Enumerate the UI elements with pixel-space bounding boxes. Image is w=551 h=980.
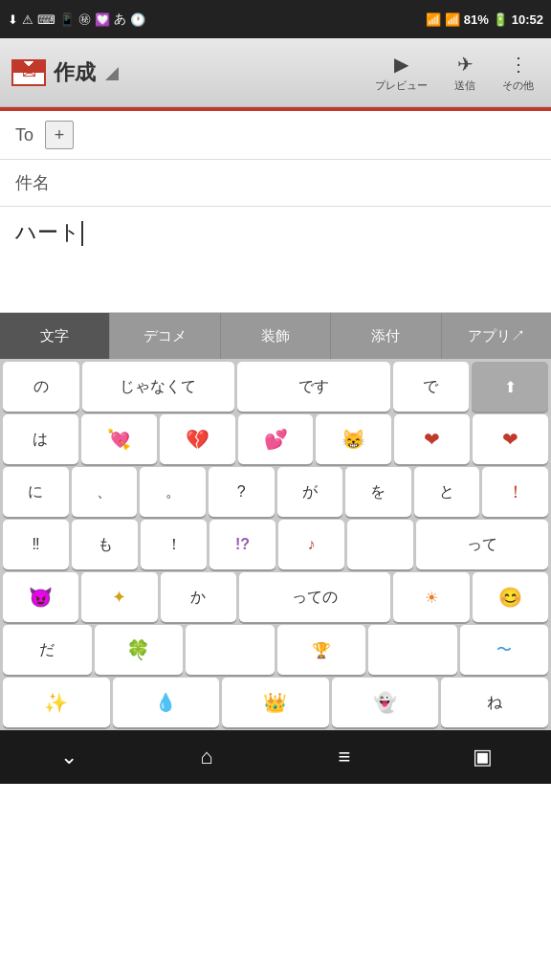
tab-moji-label: 文字 xyxy=(40,327,69,345)
key-tte[interactable]: って xyxy=(416,520,548,569)
tab-tenpu-label: 添付 xyxy=(371,327,400,345)
status-left: ⬇ ⚠ ⌨ 📱 ㊙ 💟 あ 🕐 xyxy=(8,11,145,28)
key-smile[interactable]: 😊 xyxy=(473,572,548,622)
key-sparkle[interactable]: ✦ xyxy=(81,572,157,622)
key-double-exclaim[interactable]: ‼ xyxy=(3,520,69,569)
nav-recent-icon: ▣ xyxy=(473,745,493,769)
key-ha[interactable]: は xyxy=(3,414,78,464)
key-interrobang[interactable]: !? xyxy=(209,520,276,569)
nav-back-button[interactable]: ⌄ xyxy=(40,738,98,776)
keyboard-tab-bar: 文字 デコメ 装飾 添付 アプリ↗ xyxy=(0,313,551,359)
key-blank2[interactable] xyxy=(186,625,275,675)
key-red-heart2[interactable]: ❤ xyxy=(473,414,548,464)
to-label: To xyxy=(15,125,33,145)
keyboard-row-6: だ 🍀 🏆 〜 xyxy=(0,622,551,675)
key-to[interactable]: と xyxy=(414,467,480,517)
wifi-icon: 📶 xyxy=(426,12,441,27)
nav-menu-icon: ≡ xyxy=(339,745,351,769)
key-cat-smile[interactable]: 😸 xyxy=(316,414,391,464)
send-button[interactable]: ✈ 送信 xyxy=(441,47,489,99)
key-ni[interactable]: に xyxy=(3,467,69,517)
key-tteno[interactable]: っての xyxy=(239,572,391,622)
key-ka[interactable]: か xyxy=(161,572,236,622)
key-wo[interactable]: を xyxy=(345,467,411,517)
add-recipient-button[interactable]: + xyxy=(45,121,74,149)
keyboard-area: 文字 デコメ 装飾 添付 アプリ↗ の じゃなくて です で ⬆ は 💘 💔 💕… xyxy=(0,313,551,730)
compose-area: To + 件名 ハート xyxy=(0,111,551,313)
tab-deco-mail-label: デコメ xyxy=(143,327,187,345)
keyboard-row-3: に 、 。 ? が を と ！ xyxy=(0,464,551,517)
battery-label: 81% xyxy=(464,12,489,27)
tab-soushoku-label: 装飾 xyxy=(261,327,290,345)
key-ne[interactable]: ね xyxy=(441,678,548,727)
key-ghost[interactable]: 👻 xyxy=(332,678,439,727)
key-mo[interactable]: も xyxy=(72,520,138,569)
preview-button[interactable]: ▶ プレビュー xyxy=(362,47,441,99)
tab-soushoku[interactable]: 装飾 xyxy=(221,313,331,359)
header-left: ✉ 作成 xyxy=(0,58,362,87)
keyboard-row-2: は 💘 💔 💕 😸 ❤ ❤ xyxy=(0,412,551,464)
text-cursor xyxy=(81,221,83,246)
key-sun[interactable]: ☀ xyxy=(393,572,469,622)
key-clover[interactable]: 🍀 xyxy=(95,625,184,675)
more-icon: ⋮ xyxy=(509,53,528,76)
key-drop[interactable]: 💧 xyxy=(113,678,220,727)
key-blank3[interactable] xyxy=(368,625,457,675)
preview-label: プレビュー xyxy=(375,78,428,93)
key-da[interactable]: だ xyxy=(3,625,92,675)
key-heart-arrow[interactable]: 💘 xyxy=(81,414,157,464)
key-trophy-row6[interactable]: 🏆 xyxy=(277,625,366,675)
app-header: ✉ 作成 ▶ プレビュー ✈ 送信 ⋮ その他 xyxy=(0,38,551,107)
key-exclaim2[interactable]: ！ xyxy=(141,520,207,569)
key-jaknakute[interactable]: じゃなくて xyxy=(82,362,234,412)
key-no[interactable]: の xyxy=(3,362,79,412)
key-crown[interactable]: 👑 xyxy=(222,678,329,727)
key-de[interactable]: で xyxy=(393,362,470,412)
compose-title: 作成 xyxy=(54,58,96,87)
jp-icon: あ xyxy=(114,11,126,28)
body-area[interactable]: ハート xyxy=(0,207,551,312)
key-broken-heart[interactable]: 💔 xyxy=(160,414,235,464)
key-empty1[interactable] xyxy=(347,520,413,569)
signal-icon: 📶 xyxy=(445,12,460,27)
more-button[interactable]: ⋮ その他 xyxy=(489,47,547,99)
keyboard-row-4: ‼ も ！ !? ♪ って xyxy=(0,517,551,569)
key-ga[interactable]: が xyxy=(277,467,343,517)
key-red-heart1[interactable]: ❤ xyxy=(394,414,470,464)
key-two-hearts[interactable]: 💕 xyxy=(238,414,314,464)
tab-appli[interactable]: アプリ↗ xyxy=(442,313,551,359)
phone-icon: 📱 xyxy=(59,12,75,27)
key-question[interactable]: ? xyxy=(209,467,275,517)
key-devil[interactable]: 😈 xyxy=(3,572,78,622)
send-label: 送信 xyxy=(454,78,475,93)
key-exclaim[interactable]: ！ xyxy=(482,467,548,517)
warning-icon: ⚠ xyxy=(22,12,33,27)
key-tilde[interactable]: 〜 xyxy=(460,625,549,675)
key-glitter[interactable]: ✨ xyxy=(3,678,110,727)
tab-deco-mail[interactable]: デコメ xyxy=(110,313,220,359)
send-icon: ✈ xyxy=(457,53,474,76)
title-wrap: 作成 xyxy=(54,58,119,87)
nav-recent-button[interactable]: ▣ xyxy=(453,738,511,776)
to-row: To + xyxy=(0,111,551,160)
tab-moji[interactable]: 文字 xyxy=(0,313,110,359)
key-period[interactable]: 。 xyxy=(140,467,206,517)
nav-menu-button[interactable]: ≡ xyxy=(316,738,373,776)
subject-label: 件名 xyxy=(15,173,50,192)
nav-back-icon: ⌄ xyxy=(60,745,77,769)
clock-icon: 🕐 xyxy=(130,12,145,27)
subject-row[interactable]: 件名 xyxy=(0,160,551,207)
key-note[interactable]: ♪ xyxy=(278,520,344,569)
key-upload[interactable]: ⬆ xyxy=(472,362,548,412)
battery-icon: 🔋 xyxy=(493,12,508,27)
keyboard-row-1: の じゃなくて です で ⬆ xyxy=(0,359,551,412)
tab-tenpu[interactable]: 添付 xyxy=(331,313,441,359)
nav-home-icon: ⌂ xyxy=(200,745,212,769)
nav-home-button[interactable]: ⌂ xyxy=(178,738,235,776)
key-comma[interactable]: 、 xyxy=(72,467,138,517)
more-label: その他 xyxy=(502,78,534,93)
keyboard-row-7: ✨ 💧 👑 👻 ね xyxy=(0,675,551,730)
status-bar: ⬇ ⚠ ⌨ 📱 ㊙ 💟 あ 🕐 📶 📶 81% 🔋 10:52 xyxy=(0,0,551,38)
preview-icon: ▶ xyxy=(394,53,408,76)
key-desu[interactable]: です xyxy=(237,362,389,412)
